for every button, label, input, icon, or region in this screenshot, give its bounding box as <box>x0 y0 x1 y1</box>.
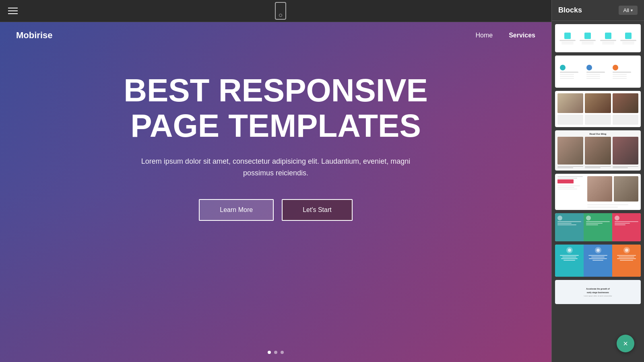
blocks-list: Read Our Blog <box>552 21 644 307</box>
thumb-2-icon <box>560 65 566 70</box>
thumb6-line4 <box>586 221 610 222</box>
thumb7-line10 <box>619 257 634 257</box>
thumb-line <box>560 72 578 73</box>
thumb-4-header: Read Our Blog <box>557 133 638 135</box>
thumb7-line2 <box>562 257 576 257</box>
learn-more-button[interactable]: Learn More <box>199 199 274 221</box>
thumb7-line9 <box>617 255 636 256</box>
thumb7-line1 <box>560 255 579 256</box>
block-thumb-blog-grid[interactable]: Read Our Blog <box>555 130 641 171</box>
hero-title-line1: BEST RESPONSIVE <box>124 72 428 108</box>
thumb-line <box>620 40 636 41</box>
thumb-text-area2 <box>585 115 611 125</box>
thumb7-line3 <box>561 258 578 259</box>
panel-header: Blocks All <box>552 0 644 21</box>
thumb6-icon1 <box>557 216 562 220</box>
thumb-conf-line3 <box>557 185 580 186</box>
thumb8-title: Accelerate the growth of <box>586 288 609 290</box>
thumb-line-sm <box>561 42 574 43</box>
thumb-conf-badge <box>557 179 574 183</box>
thumb6-line1 <box>557 221 581 222</box>
thumb-line-sm2 <box>560 76 574 77</box>
carousel-dot-3[interactable] <box>281 351 284 354</box>
block-thumb-photo-grid[interactable] <box>555 91 641 127</box>
thumb-conf-line <box>557 176 583 177</box>
toolbar <box>0 0 551 22</box>
carousel-dot-1[interactable] <box>268 351 271 354</box>
carousel-dots <box>268 351 284 354</box>
thumb-line-sm <box>582 42 594 43</box>
thumb-text-area <box>557 115 583 125</box>
thumb-conf-line5 <box>557 189 577 189</box>
thumb-line <box>559 40 576 41</box>
thumb-photo-3 <box>613 93 638 113</box>
thumb6-line3 <box>557 224 576 225</box>
filter-all-button[interactable]: All <box>619 6 638 15</box>
thumb-line-sm2 <box>602 43 614 44</box>
hamburger-menu[interactable] <box>8 8 18 14</box>
thumb7-line6 <box>591 257 604 257</box>
thumb-conf-caption <box>587 204 628 205</box>
thumb7-icon3 <box>623 247 630 253</box>
thumb-line-sm <box>602 42 614 43</box>
thumb6-line8 <box>615 223 630 224</box>
thumb-line-sm <box>622 42 634 43</box>
panel-title: Blocks <box>558 6 582 14</box>
close-fab-button[interactable]: × <box>617 335 634 352</box>
thumb-2-icon <box>613 65 618 70</box>
thumb6-line2 <box>557 223 572 224</box>
thumb8-sub: Lorem ipsum dolor sit amet consectetur <box>584 295 612 297</box>
hero-subtitle: Lorem ipsum dolor sit amet, consectetur … <box>135 156 417 179</box>
thumb8-title2: early stage businesses <box>587 291 609 294</box>
thumb7-line12 <box>620 260 633 261</box>
close-icon: × <box>623 339 628 348</box>
thumb7-inner3 <box>625 249 628 252</box>
carousel-dot-2[interactable] <box>274 351 277 354</box>
block-thumb-conference[interactable] <box>555 174 641 210</box>
block-thumb-landing[interactable]: Accelerate the growth of early stage bus… <box>555 280 641 304</box>
thumb-line-sm2 <box>586 76 601 77</box>
nav-home[interactable]: Home <box>475 32 493 39</box>
thumb6-line6 <box>586 224 598 225</box>
thumb7-icon1 <box>566 247 573 253</box>
thumb-icon <box>584 33 591 39</box>
thumb-text-area3 <box>613 115 638 125</box>
block-thumb-colored-icons[interactable] <box>555 56 641 88</box>
hero-navbar: Mobirise Home Services <box>0 22 551 49</box>
thumb-line <box>600 40 616 41</box>
thumb7-inner1 <box>568 249 571 252</box>
thumb-blog-photo-2 <box>585 137 611 165</box>
thumb-line-sm2 <box>561 43 574 44</box>
thumb7-line11 <box>617 258 636 259</box>
thumb-conf-photo-2 <box>614 176 639 202</box>
thumb-conf-caption2 <box>587 207 618 208</box>
thumb-blog-photo-3 <box>613 137 638 165</box>
thumb-line <box>585 166 611 167</box>
thumb-line-sm <box>560 74 574 75</box>
mobile-device-icon[interactable] <box>275 2 286 20</box>
thumb-conf-line4 <box>557 187 574 188</box>
block-thumb-features-icons[interactable] <box>555 24 641 52</box>
hero-buttons: Learn More Let's Start <box>199 199 352 221</box>
thumb6-line7 <box>615 221 638 222</box>
thumb-line-sm <box>557 167 573 168</box>
nav-services[interactable]: Services <box>509 32 535 39</box>
thumb6-icon3 <box>615 216 619 220</box>
hero-title: BEST RESPONSIVE PAGE TEMPLATES <box>124 73 428 144</box>
brand-logo: Mobirise <box>16 30 52 41</box>
lets-start-button[interactable]: Let's Start <box>282 199 353 221</box>
thumb-icon <box>625 33 632 39</box>
block-thumb-colored-features[interactable] <box>555 213 641 241</box>
thumb7-inner2 <box>597 249 600 252</box>
thumb6-line5 <box>586 223 603 224</box>
thumb-icon <box>564 33 571 39</box>
thumb-conf-photo-1 <box>587 176 612 202</box>
thumb6-icon2 <box>586 216 591 220</box>
thumb-line-sm <box>613 167 628 168</box>
thumb-2-icon <box>586 65 592 70</box>
thumb-photo-2 <box>585 93 611 113</box>
thumb-conf-line2 <box>557 178 577 179</box>
hero-section: Mobirise Home Services BEST RESPONSIVE P… <box>0 22 551 362</box>
thumb-line <box>557 166 583 167</box>
block-thumb-3col-colored[interactable] <box>555 245 641 277</box>
